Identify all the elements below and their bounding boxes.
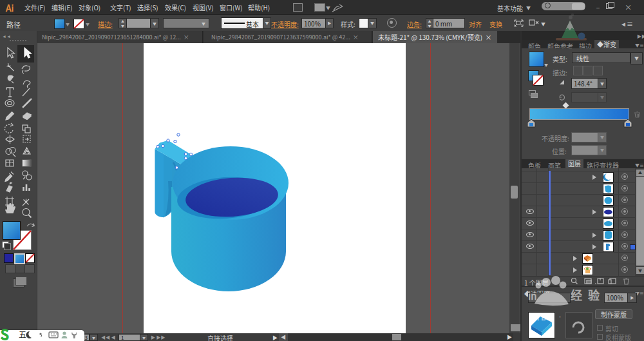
- svg-text:in: in: [528, 289, 536, 302]
- svg-text:an b: an b: [529, 311, 546, 323]
- svg-text:五: 五: [19, 329, 26, 340]
- svg-text:经验: 经验: [571, 286, 605, 303]
- svg-text:S: S: [1, 329, 9, 341]
